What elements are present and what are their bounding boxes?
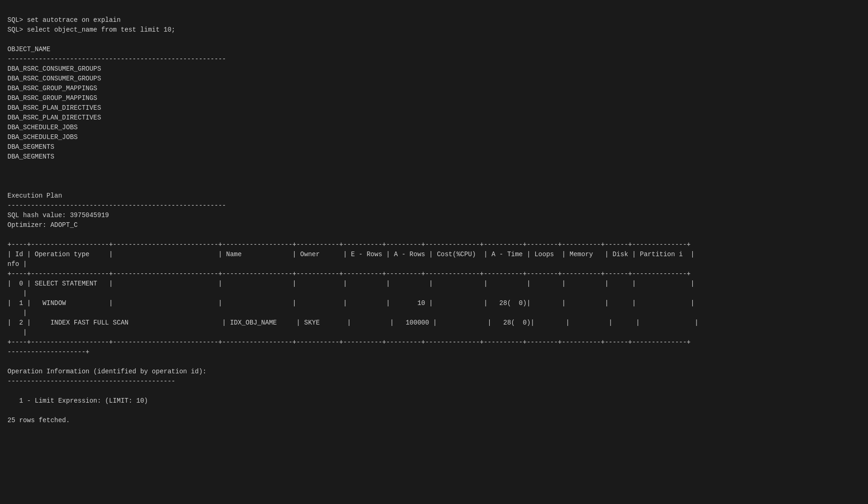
line-1: SQL> set autotrace on explain SQL> selec…	[7, 16, 698, 424]
terminal-output: SQL> set autotrace on explain SQL> selec…	[7, 6, 861, 425]
